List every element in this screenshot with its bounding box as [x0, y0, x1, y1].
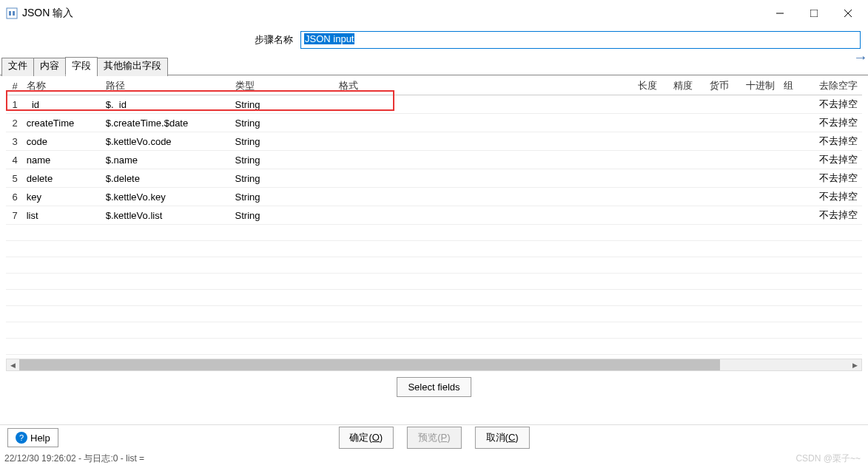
cell-decimal[interactable] [741, 188, 779, 206]
cell-decimal[interactable] [741, 132, 779, 151]
maximize-button[interactable] [797, 2, 831, 24]
cell-currency[interactable] [705, 169, 741, 188]
col-path[interactable]: 路径 [101, 77, 231, 95]
col-type[interactable]: 类型 [231, 77, 335, 95]
table-row[interactable]: 4name$.nameString不去掉空 [6, 151, 862, 169]
cell-precision[interactable] [669, 132, 705, 151]
cell-name[interactable]: code [22, 132, 101, 151]
table-row-empty[interactable] [6, 339, 862, 355]
cell-name[interactable]: createTime [22, 114, 101, 132]
cell-precision[interactable] [669, 114, 705, 132]
cell-precision[interactable] [669, 151, 705, 169]
table-row[interactable]: 7list$.kettleVo.listString不去掉空 [6, 206, 862, 225]
cell-length[interactable] [633, 169, 670, 188]
tab-fields[interactable]: 字段 [65, 57, 98, 75]
cell-path[interactable]: $.delete [101, 169, 231, 188]
cell-length[interactable] [633, 151, 670, 169]
cell-length[interactable] [633, 206, 670, 225]
col-trim[interactable]: 去除空字 [815, 77, 862, 95]
cell-decimal[interactable] [741, 206, 779, 225]
cell-currency[interactable] [705, 188, 741, 206]
col-precision[interactable]: 精度 [669, 77, 705, 95]
cell-length[interactable] [633, 114, 670, 132]
cell-decimal[interactable] [741, 151, 779, 169]
cell-length[interactable] [633, 95, 670, 114]
table-row-empty[interactable] [6, 241, 862, 257]
scroll-right-arrow[interactable]: ▶ [849, 359, 861, 370]
cell-format[interactable] [334, 132, 633, 151]
cell-trim[interactable]: 不去掉空 [815, 95, 862, 114]
table-row-empty[interactable] [6, 290, 862, 306]
table-row-empty[interactable] [6, 274, 862, 290]
cell-decimal[interactable] [741, 95, 779, 114]
cell-path[interactable]: $.kettleVo.code [101, 132, 231, 151]
horizontal-scrollbar[interactable]: ◀ ▶ [6, 359, 862, 371]
cell-group[interactable] [779, 169, 815, 188]
cell-precision[interactable] [669, 95, 705, 114]
cell-type[interactable]: String [231, 132, 335, 151]
cell-length[interactable] [633, 132, 670, 151]
minimize-button[interactable] [763, 2, 797, 24]
step-name-input[interactable]: JSON input [300, 31, 861, 49]
cell-type[interactable]: String [231, 95, 335, 114]
cell-currency[interactable] [705, 132, 741, 151]
cell-precision[interactable] [669, 188, 705, 206]
cell-path[interactable]: $.kettleVo.key [101, 188, 231, 206]
cell-idx[interactable]: 6 [6, 188, 22, 206]
table-row[interactable]: 2createTime$.createTime.$dateString不去掉空 [6, 114, 862, 132]
cell-path[interactable]: $.createTime.$date [101, 114, 231, 132]
select-fields-button[interactable]: Select fields [397, 377, 471, 397]
cell-type[interactable]: String [231, 169, 335, 188]
cancel-button[interactable]: 取消(C) [475, 427, 530, 449]
col-decimal[interactable]: 十进制 [741, 77, 779, 95]
cell-idx[interactable]: 7 [6, 206, 22, 225]
cell-currency[interactable] [705, 95, 741, 114]
cell-type[interactable]: String [231, 151, 335, 169]
cell-format[interactable] [334, 169, 633, 188]
table-row[interactable]: 5delete$.deleteString不去掉空 [6, 169, 862, 188]
table-row[interactable]: 3code$.kettleVo.codeString不去掉空 [6, 132, 862, 151]
tab-content[interactable]: 内容 [33, 58, 66, 76]
cell-length[interactable] [633, 188, 670, 206]
cell-currency[interactable] [705, 114, 741, 132]
cell-type[interactable]: String [231, 114, 335, 132]
cell-name[interactable]: key [22, 188, 101, 206]
cell-name[interactable]: list [22, 206, 101, 225]
cell-group[interactable] [779, 95, 815, 114]
cell-path[interactable]: $._id [101, 95, 231, 114]
col-format[interactable]: 格式 [334, 77, 633, 95]
cell-decimal[interactable] [741, 114, 779, 132]
cell-format[interactable] [334, 114, 633, 132]
cell-type[interactable]: String [231, 206, 335, 225]
col-length[interactable]: 长度 [633, 77, 670, 95]
col-idx[interactable]: # [6, 77, 22, 95]
cell-type[interactable]: String [231, 188, 335, 206]
cell-trim[interactable]: 不去掉空 [815, 132, 862, 151]
cell-trim[interactable]: 不去掉空 [815, 114, 862, 132]
cell-group[interactable] [779, 132, 815, 151]
cell-trim[interactable]: 不去掉空 [815, 151, 862, 169]
col-name[interactable]: 名称 [22, 77, 101, 95]
cell-trim[interactable]: 不去掉空 [815, 169, 862, 188]
tab-other-output[interactable]: 其他输出字段 [97, 58, 168, 76]
cell-format[interactable] [334, 188, 633, 206]
tab-file[interactable]: 文件 [1, 58, 34, 76]
cell-group[interactable] [779, 188, 815, 206]
cell-format[interactable] [334, 151, 633, 169]
cell-group[interactable] [779, 206, 815, 225]
table-row-empty[interactable] [6, 322, 862, 339]
cell-name[interactable]: name [22, 151, 101, 169]
help-button[interactable]: ? Help [7, 428, 58, 447]
cell-trim[interactable]: 不去掉空 [815, 188, 862, 206]
cell-name[interactable]: delete [22, 169, 101, 188]
cell-idx[interactable]: 5 [6, 169, 22, 188]
col-currency[interactable]: 货币 [705, 77, 741, 95]
cell-precision[interactable] [669, 169, 705, 188]
cell-precision[interactable] [669, 206, 705, 225]
cell-group[interactable] [779, 114, 815, 132]
preview-button[interactable]: 预览(P) [407, 427, 461, 449]
cell-idx[interactable]: 2 [6, 114, 22, 132]
cell-group[interactable] [779, 151, 815, 169]
table-row[interactable]: 1_id$._idString不去掉空 [6, 95, 862, 114]
cell-format[interactable] [334, 206, 633, 225]
